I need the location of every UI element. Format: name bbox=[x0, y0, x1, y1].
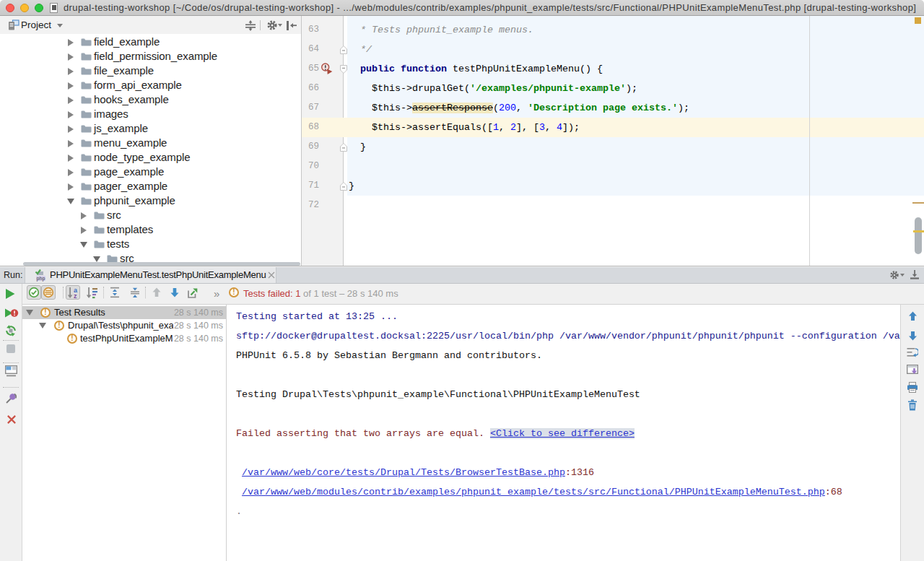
svg-text:z: z bbox=[74, 292, 77, 299]
svg-text:php: php bbox=[37, 276, 45, 282]
